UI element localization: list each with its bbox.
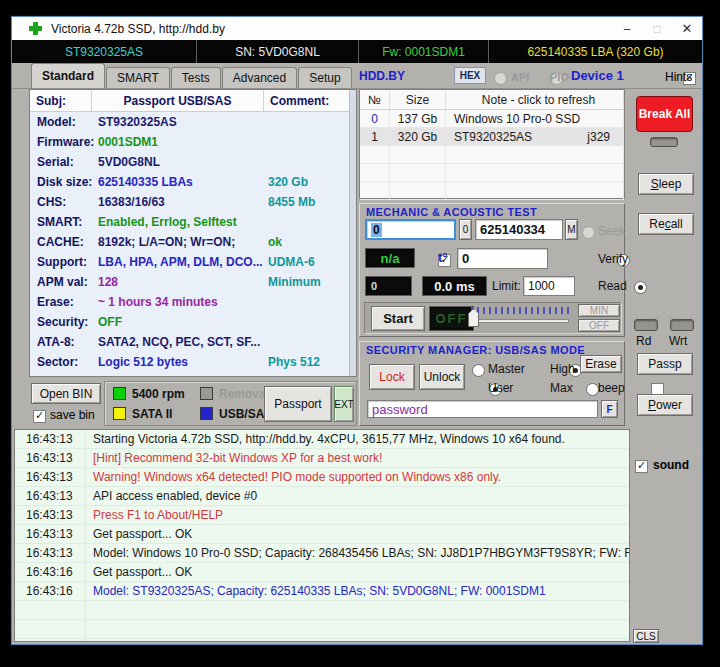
log-row: 16:43:16Model: ST9320325AS; Capacity: 62… [15,582,629,601]
log-row: 16:43:13Warning! Windows x64 detected! P… [15,468,629,487]
aam-min-button: MIN [578,304,620,317]
tab-tests[interactable]: Tests [171,67,221,88]
bin-controls: Open BIN save bin 5400 rpm SATA II Remov… [29,381,357,426]
passp-button[interactable]: Passp [637,353,693,375]
drive-row-tag: j329 [587,128,610,145]
high-radio-label: High [550,362,575,376]
sound-checkbox-label: sound [653,458,689,472]
security-panel: SECURITY MANAGER: USB/SAS MODE Lock Unlo… [359,341,625,426]
end-lba-input[interactable]: 625140334 [475,219,563,240]
close-button[interactable]: ✕ [672,17,702,40]
passport-row: Erase: ~ 1 hours 34 minutes [30,292,356,312]
max-lba-button[interactable]: M [565,219,578,240]
log-row: 16:43:13Press F1 to About/HELP [15,506,629,525]
drive-row-0[interactable]: 0 137 Gb Windows 10 Pro-0 SSD [360,110,624,128]
passport-col-title: Passport USB/SAS [92,90,264,111]
sata-legend: SATA II [113,406,172,421]
passport-row: Sector: Logic 512 bytes Phys 512 [30,352,356,372]
power-button[interactable]: Power [637,394,693,416]
recall-button[interactable]: Recall [638,213,694,235]
drive-legend-group: 5400 rpm SATA II Removable USB/SAS Passp… [104,381,357,426]
seek-radio-label: Seek [598,224,625,238]
start-lba-input[interactable]: 0 [365,219,456,240]
master-radio[interactable] [472,364,485,377]
limit-input[interactable]: 1000 [523,276,575,296]
log-row: 16:43:13[Hint] Recommend 32-bit Windows … [15,449,629,468]
drive-row-1[interactable]: 1 320 Gb ST9320325AS j329 [360,128,624,146]
seek-radio [582,226,595,239]
zero-button[interactable]: 0 [459,219,472,240]
device-label: Device 1 [571,68,624,83]
title-bar: Victoria 4.72b SSD, http://hdd.by – □ ✕ [12,17,702,40]
strip-capacity: 625140335 LBA (320 Gb) [489,40,702,63]
log-area: 16:43:13Starting Victoria 4.72b SSD, htt… [14,429,630,642]
log-row: 16:43:16Get passport... OK [15,563,629,582]
passport-row: SMART: Enabled, Errlog, Selftest [30,212,356,232]
unlock-button[interactable]: Unlock [419,364,465,390]
drive-row-empty [360,182,624,200]
drive-row-empty [360,146,624,164]
break-all-button[interactable]: Break All [636,96,693,132]
log-row: 16:43:13API access enabled, device #0 [15,487,629,506]
removable-color-square [200,387,213,400]
ext-button[interactable]: EXT [334,386,354,422]
hdd-by-link[interactable]: HDD.BY [359,69,405,83]
verify-value-input[interactable]: 0 [457,248,548,269]
strip-firmware: Fw: 0001SDM1 [359,40,489,63]
log-row: 16:43:13Starting Victoria 4.72b SSD, htt… [15,430,629,449]
mechanic-panel-title: MECHANIC & ACOUSTIC TEST [366,206,537,218]
security-panel-title: SECURITY MANAGER: USB/SAS MODE [366,344,585,356]
passport-row: Security: OFF [30,312,356,332]
read-radio-label: Read [598,279,627,293]
app-window: Victoria 4.72b SSD, http://hdd.by – □ ✕ … [11,16,703,645]
lock-button[interactable]: Lock [369,364,415,390]
log-row-empty [15,620,629,639]
passport-row: Support: LBA, HPA, APM, DLM, DCO... UDMA… [30,252,356,272]
usb-sas-color-square [200,407,213,420]
app-icon [29,22,42,35]
access-time-lcd: 0.0 ms [422,276,487,296]
passport-row: CACHE: 8192k; L/A=ON; Wr=ON; ok [30,232,356,252]
minimize-button[interactable]: – [612,17,642,40]
refresh-header[interactable]: Note - click to refresh [446,90,624,109]
passport-row: Serial: 5VD0G8NL [30,152,356,172]
drive-info-strip: ST9320325AS SN: 5VD0G8NL Fw: 0001SDM1 62… [12,40,702,63]
sound-checkbox[interactable] [635,460,648,473]
passport-button[interactable]: Passport [264,386,332,422]
beep-checkbox-label: beep [598,381,625,395]
aam-slider-ticks [471,307,571,314]
passport-col-subj: Subj: [30,90,92,111]
passport-col-comment: Comment: [264,90,356,111]
tab-standard[interactable]: Standard [31,63,105,88]
drive-table-header[interactable]: № Size Note - click to refresh [360,90,624,110]
read-activity-led [634,319,658,331]
usb-sas-legend: USB/SAS [200,406,272,421]
sleep-button[interactable]: Sleep [638,173,694,195]
temperature-lcd: n/a [365,248,415,268]
log-row: 16:43:13Get passport... OK [15,525,629,544]
counter-lcd: 0 [365,276,412,296]
cls-button[interactable]: CLS [633,629,659,643]
open-bin-button[interactable]: Open BIN [31,383,101,404]
tab-advanced[interactable]: Advanced [222,67,297,88]
user-radio-label: User [488,381,513,395]
passport-scroll-strip [349,90,356,376]
maximize-button[interactable]: □ [642,17,672,40]
password-f-button[interactable]: F [601,400,618,418]
aam-slider-track[interactable] [471,319,569,323]
busy-indicator [650,137,678,147]
hex-button[interactable]: HEX [454,67,486,84]
aam-lcd: OFF [429,306,474,331]
passport-row: CHS: 16383/16/63 8455 Mb [30,192,356,212]
start-button[interactable]: Start [371,306,425,331]
password-input[interactable]: password [367,400,598,418]
erase-button[interactable]: Erase [580,355,622,373]
window-title: Victoria 4.72b SSD, http://hdd.by [51,22,225,36]
save-bin-checkbox[interactable] [33,410,46,423]
write-activity-led [670,319,694,331]
tab-smart[interactable]: SMART [106,67,170,88]
read-led-label: Rd [636,334,651,348]
rpm-legend: 5400 rpm [113,386,185,401]
api-radio-label: API [511,71,529,83]
tab-setup[interactable]: Setup [298,67,351,88]
